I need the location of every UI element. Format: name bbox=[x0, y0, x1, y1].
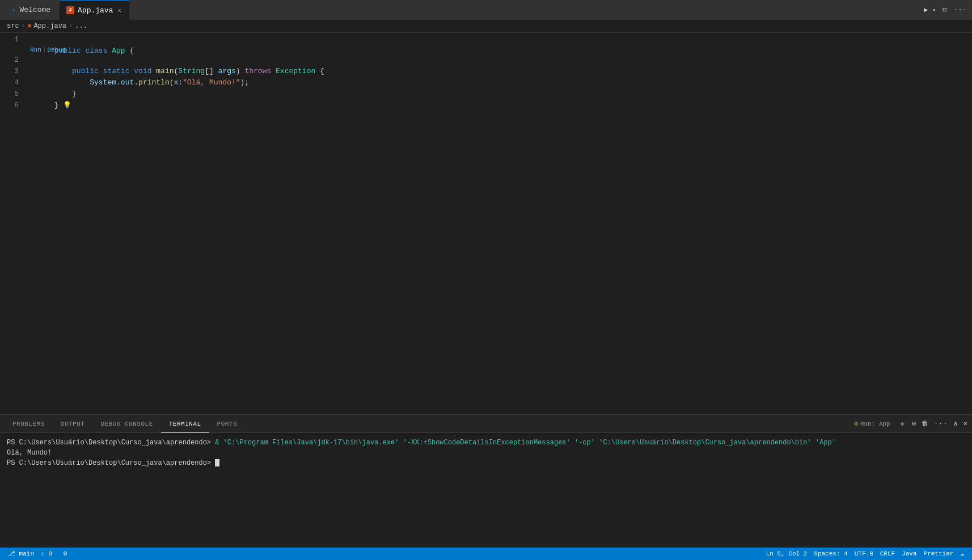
title-bar-actions: ▶ ▾ ⊟ ··· bbox=[924, 6, 967, 14]
status-eol[interactable]: CRLF bbox=[877, 548, 898, 560]
breadcrumb-file[interactable]: App.java bbox=[33, 22, 66, 30]
status-language[interactable]: Java bbox=[898, 548, 920, 560]
title-bar: ⚡ Welcome J App.java ✕ ▶ ▾ ⊟ ··· bbox=[0, 0, 972, 20]
vscode-icon: ⚡ bbox=[11, 5, 16, 15]
code-line-6 bbox=[28, 100, 972, 111]
line-num-6: 6 bbox=[9, 100, 19, 111]
terminal-content[interactable]: PS C:\Users\Usuário\Desktop\Curso_java\a… bbox=[0, 433, 972, 559]
terminal-cursor bbox=[215, 459, 219, 466]
chevron-up-icon[interactable]: ∧ bbox=[954, 419, 958, 428]
status-spaces[interactable]: Spaces: 4 bbox=[810, 548, 851, 560]
status-errors[interactable]: ⚠ 0 0 bbox=[37, 548, 70, 560]
tab-output[interactable]: OUTPUT bbox=[53, 415, 93, 433]
line-num-3: 3 bbox=[9, 66, 19, 77]
tab-ports[interactable]: PORTS bbox=[209, 415, 246, 433]
status-right: Ln 5, Col 2 Spaces: 4 UTF-8 CRLF Java Pr… bbox=[763, 548, 967, 560]
terminal-ps-2: PS C:\Users\Usuário\Desktop\Curso_java\a… bbox=[7, 459, 215, 467]
editor-area: 1 2 3 4 5 6 public class App { Run|Debug… bbox=[0, 33, 972, 414]
status-prettier[interactable]: Prettier bbox=[920, 548, 957, 560]
status-sync[interactable]: ☁ bbox=[957, 548, 967, 560]
line-num-2: 2 bbox=[9, 54, 19, 66]
more-icon[interactable]: ··· bbox=[953, 6, 967, 14]
breadcrumb-more[interactable]: ... bbox=[75, 22, 87, 30]
breadcrumb: src › ■ App.java › ... bbox=[0, 20, 972, 33]
breadcrumb-src[interactable]: src bbox=[7, 22, 19, 30]
line-numbers: 1 2 3 4 5 6 bbox=[0, 33, 26, 414]
tab-appjava[interactable]: J App.java ✕ bbox=[60, 0, 129, 20]
code-line-2: public static void main(String[] args) t… bbox=[28, 54, 972, 66]
line-num-1: 1 bbox=[9, 34, 19, 45]
terminal-cmd-1: & 'C:\Program Files\Java\jdk-17\bin\java… bbox=[211, 439, 836, 447]
tab-debug-console[interactable]: DEBUG CONSOLE bbox=[92, 415, 160, 433]
code-area[interactable]: public class App { Run|Debug public stat… bbox=[26, 33, 972, 414]
panel-actions: ⚙ Run: App ＋ ⊟ 🗑 ··· ∧ ✕ bbox=[854, 419, 967, 429]
breadcrumb-sep2: › bbox=[69, 22, 73, 30]
line-num-5: 5 bbox=[9, 88, 19, 100]
breadcrumb-sep1: › bbox=[22, 22, 26, 30]
status-encoding[interactable]: UTF-8 bbox=[851, 548, 877, 560]
debug-link[interactable]: Debug bbox=[47, 46, 66, 53]
layout-icon[interactable]: ⊟ bbox=[943, 6, 946, 14]
terminal-line-1: PS C:\Users\Usuário\Desktop\Curso_java\a… bbox=[7, 438, 965, 448]
more-terminal-icon[interactable]: ··· bbox=[934, 420, 948, 428]
code-line-1: public class App { bbox=[28, 34, 972, 45]
close-tab-icon[interactable]: ✕ bbox=[116, 6, 122, 15]
split-terminal-icon[interactable]: ⊟ bbox=[912, 419, 916, 428]
tab-problems[interactable]: PROBLEMS bbox=[5, 415, 53, 433]
add-terminal-icon[interactable]: ＋ bbox=[898, 419, 906, 429]
close-panel-icon[interactable]: ✕ bbox=[963, 419, 967, 428]
line-num-run-debug bbox=[9, 45, 19, 54]
status-bar: ⎇ main ⚠ 0 0 Ln 5, Col 2 Spaces: 4 UTF-8… bbox=[0, 548, 972, 560]
code-line-5: } 💡 bbox=[28, 88, 972, 100]
status-ln-col[interactable]: Ln 5, Col 2 bbox=[763, 548, 811, 560]
tab-terminal[interactable]: TERMINAL bbox=[161, 415, 209, 433]
run-app-label: Run: App bbox=[860, 421, 890, 427]
gear-icon: ⚙ bbox=[854, 420, 858, 427]
tab-welcome-label: Welcome bbox=[19, 6, 50, 14]
run-debug-hint: Run|Debug bbox=[28, 45, 972, 54]
terminal-line-2: Olá, Mundo! bbox=[7, 448, 965, 458]
terminal-line-3: PS C:\Users\Usuário\Desktop\Curso_java\a… bbox=[7, 458, 965, 468]
tab-welcome[interactable]: ⚡ Welcome bbox=[5, 0, 57, 20]
panel-tabs: PROBLEMS OUTPUT DEBUG CONSOLE TERMINAL P… bbox=[0, 415, 972, 433]
run-icon[interactable]: ▶ bbox=[924, 6, 928, 14]
terminal-output: Olá, Mundo! bbox=[7, 449, 52, 457]
status-branch[interactable]: ⎇ main bbox=[5, 548, 37, 560]
tab-appjava-label: App.java bbox=[78, 6, 113, 15]
java-icon: J bbox=[66, 6, 74, 14]
line-num-4: 4 bbox=[9, 77, 19, 88]
panel: PROBLEMS OUTPUT DEBUG CONSOLE TERMINAL P… bbox=[0, 414, 972, 559]
delete-terminal-icon[interactable]: 🗑 bbox=[922, 419, 928, 428]
terminal-ps-1: PS C:\Users\Usuário\Desktop\Curso_java\a… bbox=[7, 439, 211, 447]
run-link[interactable]: Run bbox=[30, 46, 41, 53]
run-app-label-container: ⚙ Run: App bbox=[854, 420, 890, 427]
breadcrumb-file-icon: ■ bbox=[28, 23, 32, 29]
run-dropdown-icon[interactable]: ▾ bbox=[932, 7, 936, 14]
